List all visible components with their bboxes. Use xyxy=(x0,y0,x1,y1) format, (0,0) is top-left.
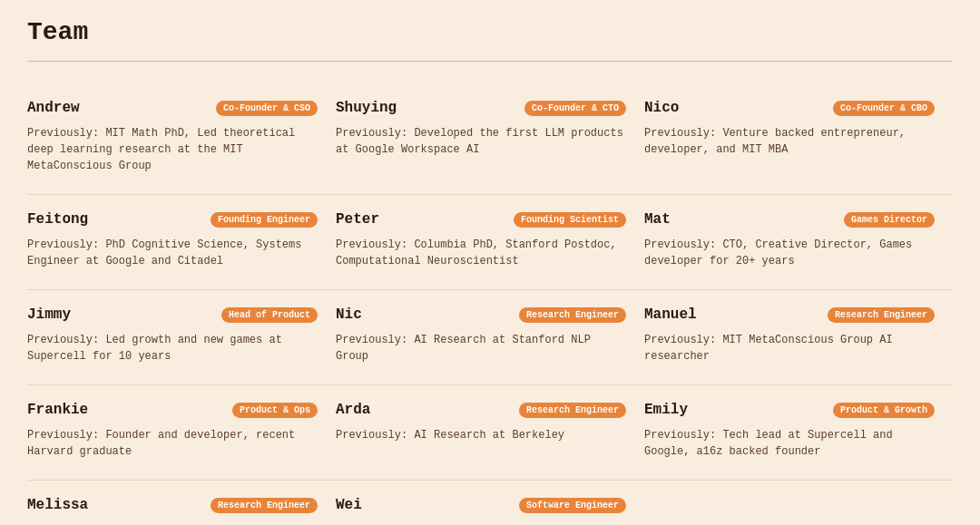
team-member: ArdaResearch EngineerPreviously: AI Rese… xyxy=(336,385,644,481)
member-badge: Research Engineer xyxy=(828,307,935,323)
member-description: Previously: Columbia PhD, Stanford Postd… xyxy=(336,237,626,269)
member-badge: Co-Founder & CBO xyxy=(833,101,935,116)
member-badge: Founding Engineer xyxy=(211,212,318,228)
team-member: PeterFounding ScientistPreviously: Colum… xyxy=(336,195,644,290)
member-header: ManuelResearch Engineer xyxy=(644,306,935,323)
team-grid: AndrewCo-Founder & CSOPreviously: MIT Ma… xyxy=(27,83,953,525)
team-member: ManuelResearch EngineerPreviously: MIT M… xyxy=(644,290,953,385)
team-member: NicoCo-Founder & CBOPreviously: Venture … xyxy=(644,83,953,195)
team-member: FrankieProduct & OpsPreviously: Founder … xyxy=(27,385,336,481)
page-title: Team xyxy=(27,18,953,46)
team-member: EmilyProduct & GrowthPreviously: Tech le… xyxy=(644,385,953,481)
member-badge: Co-Founder & CSO xyxy=(216,101,318,116)
team-member: WeiSoftware EngineerPreviously: Quant tr… xyxy=(336,481,644,525)
member-name: Feitong xyxy=(27,211,88,228)
member-name: Arda xyxy=(336,402,370,418)
member-badge: Product & Ops xyxy=(232,403,318,418)
member-name: Emily xyxy=(644,402,688,418)
member-badge: Research Engineer xyxy=(519,307,626,323)
member-badge: Research Engineer xyxy=(519,403,626,418)
member-description: Previously: Developed the first LLM prod… xyxy=(336,125,626,158)
member-description: Previously: Founder and developer, recen… xyxy=(27,427,318,460)
team-member: NicResearch EngineerPreviously: AI Resea… xyxy=(336,290,644,385)
member-header: ShuyingCo-Founder & CTO xyxy=(336,100,626,116)
team-member: MatGames DirectorPreviously: CTO, Creati… xyxy=(644,195,953,290)
member-badge: Research Engineer xyxy=(211,498,318,513)
member-badge: Co-Founder & CTO xyxy=(524,101,626,116)
member-description: Previously: Led growth and new games at … xyxy=(27,332,318,365)
member-description: Previously: CTO, Creative Director, Game… xyxy=(644,237,935,269)
member-header: AndrewCo-Founder & CSO xyxy=(27,100,318,116)
member-header: FeitongFounding Engineer xyxy=(27,211,318,228)
member-name: Nico xyxy=(644,100,679,116)
member-badge: Product & Growth xyxy=(833,403,935,418)
member-header: MelissaResearch Engineer xyxy=(27,497,318,513)
member-header: JimmyHead of Product xyxy=(27,306,318,323)
member-description: Previously: MIT MetaConscious Group AI r… xyxy=(644,332,935,365)
member-name: Frankie xyxy=(27,402,88,418)
team-member: JimmyHead of ProductPreviously: Led grow… xyxy=(27,290,336,385)
member-header: EmilyProduct & Growth xyxy=(644,402,935,418)
member-header: PeterFounding Scientist xyxy=(336,211,626,228)
member-badge: Software Engineer xyxy=(519,498,626,513)
member-header: MatGames Director xyxy=(644,211,935,228)
member-badge: Games Director xyxy=(844,212,935,228)
member-name: Nic xyxy=(336,306,362,323)
member-name: Shuying xyxy=(336,100,397,116)
member-badge: Founding Scientist xyxy=(514,212,626,228)
member-description: Previously: AI Research at Stanford NLP … xyxy=(336,332,626,365)
member-name: Mat xyxy=(644,211,671,228)
header-divider xyxy=(27,61,953,62)
team-member: AndrewCo-Founder & CSOPreviously: MIT Ma… xyxy=(27,83,336,195)
member-name: Peter xyxy=(336,211,379,228)
member-name: Wei xyxy=(336,497,362,513)
member-header: NicResearch Engineer xyxy=(336,306,626,323)
member-description: Previously: Tech lead at Supercell and G… xyxy=(644,427,935,460)
member-header: WeiSoftware Engineer xyxy=(336,497,626,513)
member-header: NicoCo-Founder & CBO xyxy=(644,100,935,116)
team-member: ShuyingCo-Founder & CTOPreviously: Devel… xyxy=(336,83,644,195)
member-header: FrankieProduct & Ops xyxy=(27,402,318,418)
member-header: ArdaResearch Engineer xyxy=(336,402,626,418)
member-description: Previously: Venture backed entrepreneur,… xyxy=(644,125,935,158)
member-name: Manuel xyxy=(644,306,697,323)
team-member: MelissaResearch EngineerPreviously: AI R… xyxy=(27,481,336,525)
member-name: Andrew xyxy=(27,100,80,116)
member-name: Jimmy xyxy=(27,306,71,323)
member-name: Melissa xyxy=(27,497,88,513)
member-description: Previously: PhD Cognitive Science, Syste… xyxy=(27,237,318,269)
member-description: Previously: MIT Math PhD, Led theoretica… xyxy=(27,125,318,174)
team-member: FeitongFounding EngineerPreviously: PhD … xyxy=(27,195,336,290)
member-badge: Head of Product xyxy=(221,307,318,323)
member-description: Previously: AI Research at Berkeley xyxy=(336,427,626,443)
